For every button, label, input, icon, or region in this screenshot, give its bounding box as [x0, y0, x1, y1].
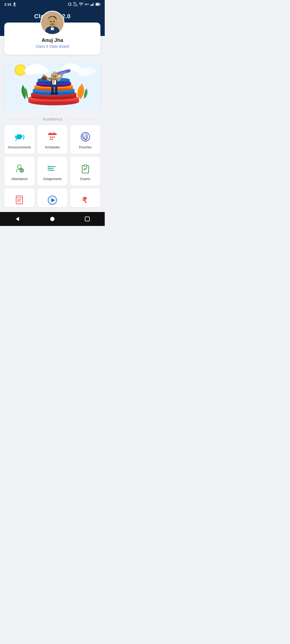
schedules-label: Schedules [45, 145, 60, 149]
punches-icon [79, 131, 91, 143]
schedules-icon [46, 131, 58, 143]
svg-point-76 [20, 168, 24, 173]
academics-grid-row2: Attendance Assignments [0, 157, 105, 186]
avatar [40, 11, 64, 35]
svg-point-69 [50, 137, 51, 138]
exams-icon [79, 163, 91, 174]
volte-icon: VoLTE [73, 2, 77, 7]
svg-rect-9 [93, 3, 94, 6]
svg-point-52 [54, 93, 58, 95]
section-line-left [4, 119, 40, 119]
svg-point-51 [50, 93, 54, 95]
section-line-right [65, 119, 100, 119]
svg-point-92 [50, 217, 55, 221]
time-display: 2:16 [4, 2, 11, 6]
svg-rect-6 [90, 5, 91, 6]
svg-point-25 [38, 67, 48, 74]
svg-rect-68 [53, 132, 55, 134]
download-icon [13, 2, 16, 6]
profile-class: Class 8 State Board [10, 44, 95, 49]
svg-rect-63 [15, 136, 17, 138]
home-button[interactable] [48, 214, 57, 224]
exams-item[interactable]: Exams [70, 157, 100, 186]
assignments-icon [46, 163, 58, 174]
profile-name: Anuj Jha [10, 37, 95, 43]
svg-rect-0 [13, 6, 16, 6]
svg-rect-86 [17, 202, 21, 202]
academics-section-header: Academics [4, 117, 100, 121]
svg-rect-67 [50, 132, 51, 134]
svg-rect-8 [92, 3, 93, 6]
svg-point-73 [52, 139, 53, 140]
svg-rect-49 [51, 86, 54, 94]
media-item[interactable] [37, 188, 68, 207]
svg-marker-91 [16, 217, 19, 221]
recent-button[interactable] [82, 214, 92, 224]
svg-rect-12 [96, 3, 99, 5]
assignments-label: Assignments [43, 177, 62, 181]
announcements-label: Announcements [8, 145, 31, 149]
battery-icon [96, 3, 100, 6]
svg-point-75 [17, 165, 21, 169]
vibrate-icon [68, 2, 72, 6]
network-icon: 4G+ [85, 3, 89, 6]
svg-rect-83 [16, 196, 23, 204]
back-button[interactable] [13, 214, 22, 224]
partial-grid-row: ₹ [0, 186, 105, 207]
media-icon [46, 194, 58, 206]
svg-rect-50 [55, 86, 57, 94]
academics-grid-row1: Announcements Schedules [0, 125, 105, 154]
svg-point-70 [52, 137, 53, 138]
svg-rect-82 [85, 165, 86, 166]
status-icons: VoLTE 4G+ [68, 2, 100, 7]
banner-section [0, 59, 105, 110]
bottom-nav [0, 212, 105, 226]
svg-rect-4 [71, 3, 72, 4]
svg-rect-3 [68, 5, 69, 5]
svg-rect-5 [71, 5, 72, 5]
svg-point-60 [53, 76, 54, 77]
signal-icon [90, 3, 94, 6]
svg-rect-7 [92, 4, 92, 6]
svg-point-61 [55, 76, 56, 77]
svg-point-24 [24, 67, 38, 75]
academics-label: Academics [42, 117, 62, 121]
punches-item[interactable]: Punches [70, 125, 100, 154]
status-bar: 2:16 VoLTE 4G+ [0, 0, 105, 9]
profile-section: Anuj Jha Class 8 State Board [4, 23, 100, 54]
banner-card [4, 59, 100, 110]
svg-rect-85 [17, 200, 20, 201]
svg-point-71 [53, 137, 55, 138]
svg-point-72 [50, 139, 51, 140]
svg-rect-2 [68, 3, 69, 4]
svg-point-18 [53, 21, 55, 22]
svg-rect-1 [69, 3, 71, 6]
assignments-item[interactable]: Assignments [37, 157, 68, 186]
exams-label: Exams [80, 177, 90, 181]
results-item[interactable] [4, 188, 35, 207]
attendance-icon [13, 163, 25, 174]
fees-icon: ₹ [79, 194, 91, 206]
svg-point-62 [52, 78, 57, 80]
banner-illustration [4, 59, 100, 110]
svg-rect-84 [17, 199, 21, 199]
avatar-wrapper [40, 11, 64, 35]
svg-point-17 [50, 21, 52, 22]
wifi-icon [79, 3, 83, 6]
fees-item[interactable]: ₹ [70, 188, 100, 207]
svg-point-22 [16, 66, 25, 74]
announcements-item[interactable]: Announcements [4, 125, 35, 154]
results-icon [13, 194, 25, 206]
punches-label: Punches [79, 145, 92, 149]
schedules-item[interactable]: Schedules [37, 125, 68, 154]
svg-text:₹: ₹ [82, 196, 87, 204]
attendance-item[interactable]: Attendance [4, 157, 35, 186]
svg-rect-66 [48, 135, 57, 141]
announcements-icon [13, 131, 25, 143]
avatar-image [41, 11, 64, 35]
svg-point-30 [77, 70, 89, 76]
svg-rect-11 [100, 4, 100, 5]
attendance-label: Attendance [11, 177, 28, 181]
svg-rect-93 [85, 217, 89, 221]
